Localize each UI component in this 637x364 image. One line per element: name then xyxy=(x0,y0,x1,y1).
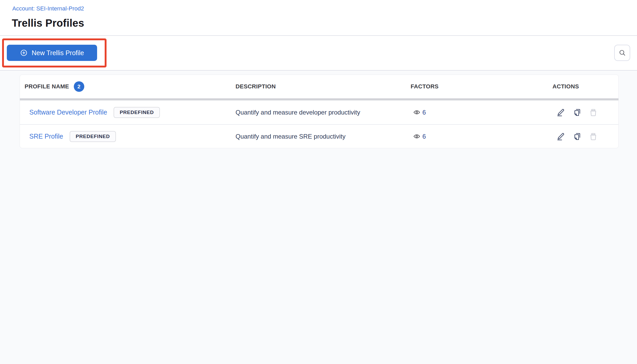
description-cell: Quantify and measure developer productiv… xyxy=(236,109,411,116)
actions-cell xyxy=(552,131,619,142)
account-breadcrumb-link[interactable]: Account: SEI-Internal-Prod2 xyxy=(12,5,84,12)
profiles-table: PROFILE NAME 2 DESCRIPTION FACTORS ACTIO… xyxy=(20,75,619,148)
profile-name-cell: Software Developer Profile PREDEFINED xyxy=(20,107,236,118)
copy-button[interactable] xyxy=(572,107,582,118)
profile-name-cell: SRE Profile PREDEFINED xyxy=(20,131,236,142)
magnifier-icon xyxy=(618,49,626,57)
copy-icon xyxy=(573,132,582,141)
page-body: PROFILE NAME 2 DESCRIPTION FACTORS ACTIO… xyxy=(0,71,637,364)
actions-cell xyxy=(552,107,619,118)
column-header-factors: FACTORS xyxy=(411,83,552,90)
profile-link[interactable]: Software Developer Profile xyxy=(29,109,107,116)
predefined-tag: PREDEFINED xyxy=(114,107,160,118)
edit-button[interactable] xyxy=(556,107,566,118)
eye-icon xyxy=(413,109,420,116)
trash-icon xyxy=(589,108,598,117)
eye-icon xyxy=(413,133,420,140)
trash-icon xyxy=(589,132,598,141)
copy-icon xyxy=(573,108,582,117)
column-header-description: DESCRIPTION xyxy=(236,83,411,90)
factors-count: 6 xyxy=(422,109,426,116)
delete-button[interactable] xyxy=(588,107,599,118)
page-title: Trellis Profiles xyxy=(12,17,84,29)
factors-cell: 6 xyxy=(411,109,552,116)
table-row: SRE Profile PREDEFINED Quantify and meas… xyxy=(20,124,618,148)
search-button[interactable] xyxy=(614,45,630,61)
new-trellis-profile-button-label: New Trellis Profile xyxy=(32,49,84,57)
edit-pencil-icon xyxy=(556,108,565,117)
copy-button[interactable] xyxy=(572,131,582,142)
column-header-profile-name: PROFILE NAME 2 xyxy=(20,81,236,92)
factors-count: 6 xyxy=(422,133,426,140)
table-row: Software Developer Profile PREDEFINED Qu… xyxy=(20,100,618,124)
edit-button[interactable] xyxy=(556,131,566,142)
new-trellis-profile-button[interactable]: New Trellis Profile xyxy=(7,45,97,61)
profile-link[interactable]: SRE Profile xyxy=(29,133,63,140)
edit-pencil-icon xyxy=(556,132,565,141)
column-header-profile-name-label: PROFILE NAME xyxy=(25,83,69,90)
page-header: Account: SEI-Internal-Prod2 Trellis Prof… xyxy=(0,0,637,35)
delete-button[interactable] xyxy=(588,131,599,142)
plus-circle-icon xyxy=(20,49,28,57)
table-header-underline xyxy=(20,98,618,100)
factors-cell: 6 xyxy=(411,133,552,140)
column-header-actions: ACTIONS xyxy=(552,83,619,90)
profile-count-badge: 2 xyxy=(74,81,84,92)
table-header-row: PROFILE NAME 2 DESCRIPTION FACTORS ACTIO… xyxy=(20,75,618,98)
description-cell: Quantify and measure SRE productivity xyxy=(236,133,411,140)
toolbar: New Trellis Profile xyxy=(0,36,637,70)
predefined-tag: PREDEFINED xyxy=(70,131,116,142)
